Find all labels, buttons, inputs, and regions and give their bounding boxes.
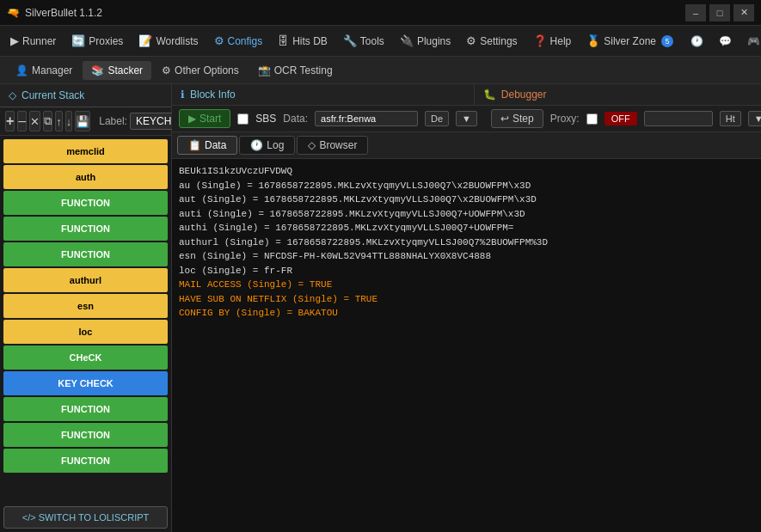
menu-history[interactable]: 🕐	[684, 32, 710, 51]
step-button[interactable]: ↩ Step	[491, 109, 543, 128]
add-block-button[interactable]: +	[5, 111, 15, 131]
menubar: ▶ Runner 🔄 Proxies 📝 Wordlists ⚙ Configs…	[0, 26, 761, 57]
tab-manager[interactable]: 👤 Manager	[7, 61, 81, 80]
output-line: au (Single) = 1678658722895.MKLzvXtyqmyV…	[179, 179, 761, 193]
menu-hitsdb[interactable]: 🗄 Hits DB	[271, 31, 334, 51]
menu-help[interactable]: ❓ Help	[526, 31, 579, 51]
data-expand2-button[interactable]: ▼	[456, 111, 477, 126]
menu-discord[interactable]: 💬	[712, 32, 739, 51]
copy-block-button[interactable]: ⧉	[43, 111, 52, 131]
proxy-checkbox[interactable]	[586, 113, 598, 125]
proxy-off-badge: OFF	[605, 112, 637, 125]
settings-icon: ⚙	[466, 34, 476, 47]
tab-stacker-label: Stacker	[107, 64, 143, 76]
list-item[interactable]: FUNCTION	[3, 242, 168, 266]
list-item[interactable]: FUNCTION	[3, 423, 168, 447]
proxy-input[interactable]	[644, 111, 713, 126]
tab-ocr-testing[interactable]: 📸 OCR Testing	[249, 61, 341, 80]
menu-settings[interactable]: ⚙ Settings	[459, 31, 524, 51]
minimize-button[interactable]: –	[685, 4, 706, 21]
menu-settings-label: Settings	[480, 35, 517, 47]
menu-configs[interactable]: ⚙ Configs	[207, 31, 270, 51]
clear-block-button[interactable]: ✕	[29, 111, 40, 131]
menu-silverzone-label: Silver Zone	[604, 35, 656, 47]
data-tab-label: Data	[205, 139, 226, 151]
data-tab-icon: 📋	[188, 139, 201, 151]
tab-stacker[interactable]: 📚 Stacker	[83, 61, 151, 80]
output-line: CONFIG BY (Single) = BAKATOU	[179, 306, 761, 321]
tab-log[interactable]: 🕐 Log	[239, 136, 295, 155]
proxy-expand2-button[interactable]: ▼	[748, 111, 761, 126]
menu-proxies[interactable]: 🔄 Proxies	[64, 31, 130, 51]
list-item[interactable]: CHeCK	[3, 345, 168, 370]
list-item[interactable]: FUNCTION	[3, 217, 168, 241]
game-icon: 🎮	[747, 35, 760, 47]
tab-data[interactable]: 📋 Data	[177, 136, 237, 155]
current-stack-label: Current Stack	[21, 89, 84, 101]
tab-ocr-label: OCR Testing	[274, 64, 333, 76]
menu-plugins-label: Plugins	[417, 35, 451, 47]
stack-toolbar: + – ✕ ⧉ ↑ ↓ 💾 Label:	[0, 107, 171, 136]
log-tab-icon: 🕐	[250, 139, 263, 151]
list-item[interactable]: loc	[3, 320, 168, 344]
stack-cube-icon: ◇	[9, 89, 16, 101]
remove-block-button[interactable]: –	[17, 111, 27, 131]
runner-icon: ▶	[10, 34, 19, 47]
titlebar: 🔫 SilverBullet 1.1.2 – □ ✕	[0, 0, 761, 26]
menu-wordlists-label: Wordlists	[156, 35, 198, 47]
tab-other-options[interactable]: ⚙ Other Options	[153, 61, 248, 80]
list-item[interactable]: KEY CHECK	[3, 371, 168, 395]
maximize-button[interactable]: □	[709, 4, 730, 21]
list-item[interactable]: authurl	[3, 268, 168, 292]
list-item[interactable]: FUNCTION	[3, 397, 168, 421]
output-line: auti (Single) = 1678658722895.MKLzvXtyqm…	[179, 207, 761, 222]
list-item[interactable]: FUNCTION	[3, 449, 168, 473]
help-icon: ❓	[533, 34, 547, 47]
output-tabs: 📋 Data 🕐 Log ◇ Browser	[172, 132, 761, 159]
menu-wordlists[interactable]: 📝 Wordlists	[132, 31, 205, 51]
wordlists-icon: 📝	[138, 34, 152, 47]
debugger-bug-icon: 🐛	[483, 89, 496, 101]
menu-runner[interactable]: ▶ Runner	[3, 31, 63, 51]
menu-help-label: Help	[550, 35, 572, 47]
menu-silverzone[interactable]: 🏅 Silver Zone 5	[580, 31, 680, 51]
titlebar-controls: – □ ✕	[685, 4, 754, 21]
save-stack-button[interactable]: 💾	[75, 111, 90, 131]
data-expand-button[interactable]: De	[425, 111, 449, 126]
output-line: aut (Single) = 1678658722895.MKLzvXtyqmy…	[179, 193, 761, 207]
list-item[interactable]: FUNCTION	[3, 191, 168, 215]
switch-to-loliscript-button[interactable]: </> SWITCH TO LOLISCRIPT	[3, 506, 168, 529]
menu-configs-label: Configs	[228, 35, 263, 47]
proxy-expand-button[interactable]: Ht	[720, 111, 741, 126]
output-line: authi (Single) = 1678658722895.MKLzvXtyq…	[179, 221, 761, 235]
tab-browser[interactable]: ◇ Browser	[297, 136, 368, 155]
right-panel: ℹ Block Info 🐛 Debugger ▶ Start SBS Data…	[172, 84, 761, 532]
other-options-tab-icon: ⚙	[162, 64, 171, 76]
menu-runner-label: Runner	[22, 35, 56, 47]
move-down-button[interactable]: ↓	[65, 111, 73, 131]
tabbar: 👤 Manager 📚 Stacker ⚙ Other Options 📸 OC…	[0, 57, 761, 84]
output-line: MAIL ACCESS (Single) = TRUE	[179, 278, 761, 292]
list-item[interactable]: auth	[3, 165, 168, 189]
menu-game[interactable]: 🎮	[740, 32, 761, 51]
start-button[interactable]: ▶ Start	[179, 109, 230, 128]
list-item[interactable]: memclid	[3, 139, 168, 163]
output-line: esn (Single) = NFCDSF-PH-K0WL52V94TTL888…	[179, 249, 761, 264]
menu-tools[interactable]: 🔧 Tools	[336, 31, 391, 51]
close-button[interactable]: ✕	[733, 4, 754, 21]
tools-icon: 🔧	[343, 34, 357, 47]
move-up-button[interactable]: ↑	[55, 111, 63, 131]
plugins-icon: 🔌	[400, 34, 414, 47]
browser-tab-icon: ◇	[308, 139, 316, 151]
data-label: Data:	[283, 113, 308, 125]
block-list: memclid auth FUNCTION FUNCTION FUNCTION …	[0, 136, 171, 503]
app-icon: 🔫	[7, 7, 20, 19]
sbs-checkbox[interactable]	[237, 113, 249, 125]
menu-plugins[interactable]: 🔌 Plugins	[393, 31, 457, 51]
menu-proxies-label: Proxies	[89, 35, 123, 47]
output-line: BEUk1IS1kzUVczUFVDWQ	[179, 164, 761, 179]
menu-tools-label: Tools	[360, 35, 384, 47]
list-item[interactable]: esn	[3, 294, 168, 318]
start-play-icon: ▶	[188, 113, 196, 125]
data-input[interactable]	[315, 111, 418, 126]
